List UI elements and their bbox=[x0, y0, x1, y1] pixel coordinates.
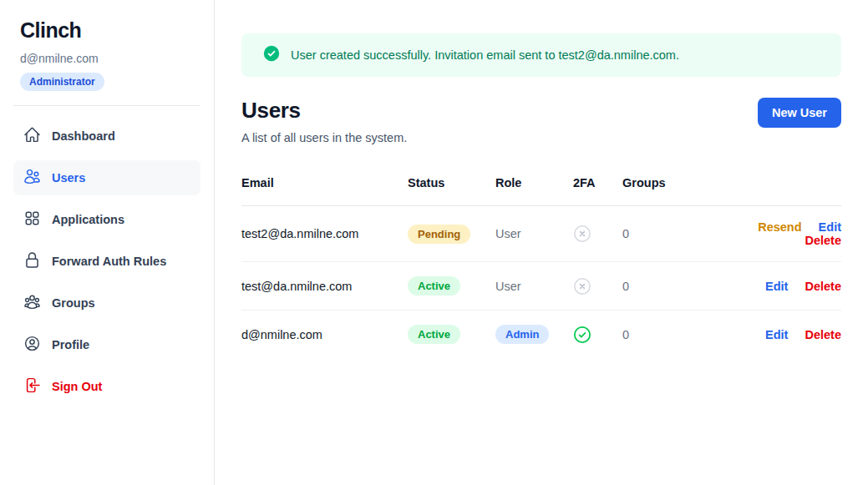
home-icon bbox=[23, 126, 41, 146]
page-title: Users bbox=[241, 98, 407, 124]
status-badge: Active bbox=[408, 325, 460, 344]
table-row: test2@da.nmilne.com Pending User 0 Resen… bbox=[241, 206, 841, 262]
sidebar-item-profile[interactable]: Profile bbox=[13, 327, 201, 362]
sidebar-item-label: Users bbox=[52, 171, 85, 184]
success-banner-message: User created successfully. Invitation em… bbox=[291, 48, 679, 62]
user-circle-icon bbox=[23, 335, 41, 355]
column-header-status: Status bbox=[408, 169, 495, 206]
page-header: Users A list of all users in the system.… bbox=[241, 98, 841, 144]
column-header-2fa: 2FA bbox=[573, 169, 622, 206]
new-user-button[interactable]: New User bbox=[758, 98, 841, 128]
twofa-disabled-icon bbox=[573, 225, 622, 243]
user-email-cell: d@nmilne.com bbox=[241, 311, 408, 359]
sidebar-item-label: Forward Auth Rules bbox=[52, 255, 166, 268]
delete-link[interactable]: Delete bbox=[805, 234, 841, 247]
role-badge: Administrator bbox=[20, 73, 104, 91]
resend-link[interactable]: Resend bbox=[758, 220, 801, 234]
user-groups-cell: 0 bbox=[622, 311, 702, 359]
column-header-role: Role bbox=[495, 169, 573, 206]
current-user-email: d@nmilne.com bbox=[13, 52, 201, 65]
edit-link[interactable]: Edit bbox=[765, 328, 788, 341]
user-groups-cell: 0 bbox=[622, 206, 702, 262]
column-header-groups: Groups bbox=[622, 169, 702, 206]
grid-icon bbox=[23, 210, 41, 230]
delete-link[interactable]: Delete bbox=[805, 280, 841, 293]
user-role-cell: User bbox=[495, 262, 573, 311]
delete-link[interactable]: Delete bbox=[805, 328, 841, 341]
check-circle-icon bbox=[263, 45, 280, 65]
role-badge-admin: Admin bbox=[495, 325, 549, 344]
sign-out-icon bbox=[23, 376, 41, 397]
main-content: User created successfully. Invitation em… bbox=[215, 0, 868, 485]
app-logo: Clinch bbox=[13, 18, 201, 43]
user-group-icon bbox=[23, 293, 41, 313]
sidebar-item-dashboard[interactable]: Dashboard bbox=[13, 119, 201, 154]
lock-icon bbox=[23, 251, 41, 271]
edit-link[interactable]: Edit bbox=[765, 280, 788, 293]
user-role-cell: User bbox=[495, 206, 573, 262]
column-header-email: Email bbox=[241, 169, 408, 206]
sidebar-item-groups[interactable]: Groups bbox=[13, 285, 201, 321]
edit-link[interactable]: Edit bbox=[819, 220, 841, 234]
sidebar-item-label: Applications bbox=[52, 213, 124, 226]
sidebar-item-forward-auth-rules[interactable]: Forward Auth Rules bbox=[13, 244, 201, 279]
sidebar-item-label: Profile bbox=[52, 338, 89, 351]
user-email-cell: test@da.nmilne.com bbox=[241, 262, 408, 311]
sidebar: Clinch d@nmilne.com Administrator Dashbo… bbox=[0, 0, 215, 485]
sidebar-divider bbox=[13, 105, 201, 106]
table-row: d@nmilne.com Active Admin 0 Edit Delete bbox=[241, 311, 841, 359]
success-banner: User created successfully. Invitation em… bbox=[241, 33, 841, 77]
user-email-cell: test2@da.nmilne.com bbox=[241, 206, 408, 262]
column-header-actions bbox=[702, 169, 841, 206]
page-subtitle: A list of all users in the system. bbox=[241, 131, 407, 144]
status-badge: Pending bbox=[408, 225, 470, 244]
sidebar-item-label: Groups bbox=[52, 296, 95, 310]
sidebar-item-label: Sign Out bbox=[52, 380, 102, 393]
users-icon bbox=[23, 168, 41, 188]
sidebar-nav: Dashboard Users Applications Forward Aut… bbox=[13, 119, 201, 404]
users-table: Email Status Role 2FA Groups test2@da.nm… bbox=[241, 169, 841, 358]
sidebar-item-label: Dashboard bbox=[52, 129, 115, 143]
table-header-row: Email Status Role 2FA Groups bbox=[241, 169, 841, 206]
sidebar-item-applications[interactable]: Applications bbox=[13, 202, 201, 237]
status-badge: Active bbox=[408, 276, 460, 296]
twofa-disabled-icon bbox=[573, 277, 622, 296]
table-row: test@da.nmilne.com Active User 0 Edit De… bbox=[241, 262, 841, 311]
sidebar-item-users[interactable]: Users bbox=[13, 160, 201, 195]
user-groups-cell: 0 bbox=[622, 262, 702, 311]
sidebar-item-sign-out[interactable]: Sign Out bbox=[13, 369, 201, 404]
twofa-enabled-icon bbox=[573, 326, 622, 344]
